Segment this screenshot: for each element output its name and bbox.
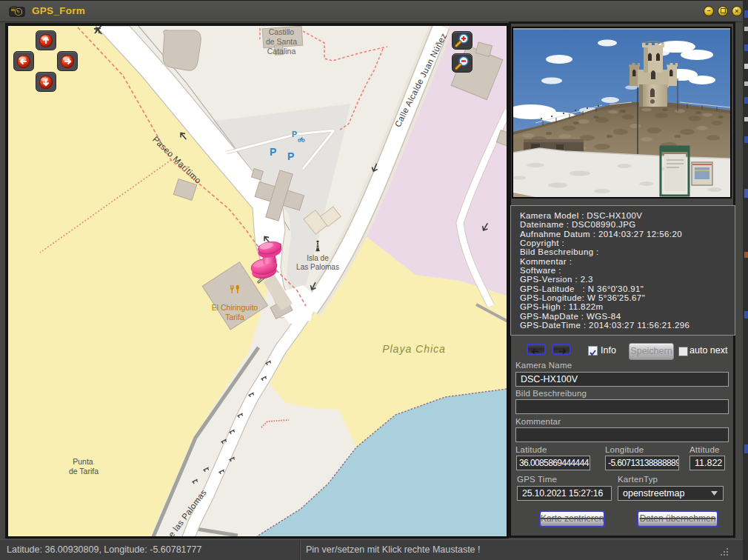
svg-text:Castillo: Castillo	[269, 27, 295, 36]
svg-text:de Tarifa: de Tarifa	[69, 467, 98, 476]
svg-text:Las Palomas: Las Palomas	[296, 263, 339, 271]
svg-text:P: P	[270, 146, 276, 158]
svg-text:Punta: Punta	[73, 457, 93, 466]
svg-text:de Santa: de Santa	[266, 37, 297, 46]
svg-text:Playa Chica: Playa Chica	[382, 343, 446, 355]
svg-text:P: P	[287, 150, 294, 162]
svg-text:Isla de: Isla de	[307, 254, 329, 262]
svg-text:Catalina: Catalina	[267, 47, 296, 56]
svg-text:El Chiringuito: El Chiringuito	[212, 303, 258, 312]
svg-text:Tarifa: Tarifa	[225, 313, 244, 321]
svg-text:P: P	[292, 130, 297, 139]
